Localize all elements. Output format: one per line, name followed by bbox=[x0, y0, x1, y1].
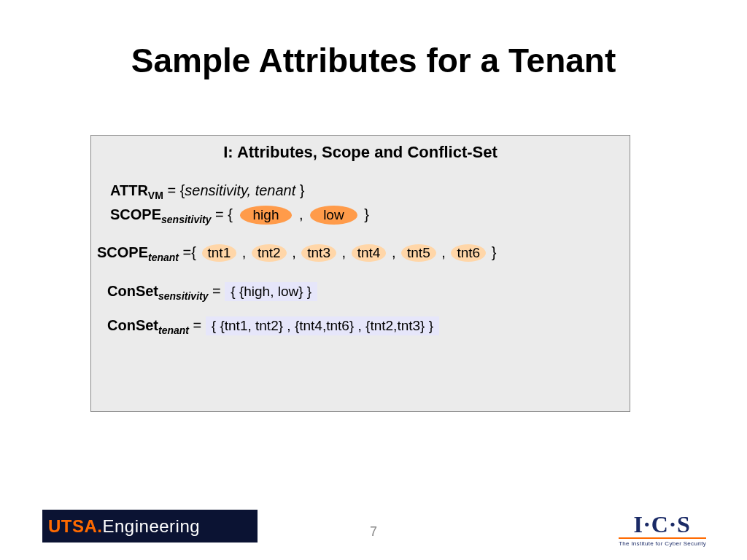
sep: , bbox=[387, 244, 400, 260]
sep: , bbox=[338, 244, 350, 260]
val-sensitivity: sensitivity bbox=[185, 182, 247, 198]
logo-ics: I·C·S The Institute for Cyber Security bbox=[619, 513, 706, 547]
conset-tenant-row: ConSettenant = { {tnt1, tnt2} , {tnt4,tn… bbox=[104, 316, 616, 336]
eq: = bbox=[189, 317, 206, 333]
val-tenant: tenant bbox=[255, 182, 296, 198]
scope-sub: sensitivity bbox=[161, 214, 211, 225]
close: } bbox=[295, 182, 304, 198]
eq: ={ bbox=[179, 244, 200, 260]
pill-tnt5: tnt5 bbox=[401, 244, 436, 262]
eq: = { bbox=[167, 182, 185, 198]
sep: , bbox=[438, 244, 450, 260]
pill-tnt4: tnt4 bbox=[352, 244, 387, 262]
conset-sensitivity-row: ConSetsensitivity = { {high, low} } bbox=[104, 282, 616, 302]
scope-label: SCOPE bbox=[110, 206, 161, 222]
scope-label: SCOPE bbox=[97, 244, 148, 260]
sep: , bbox=[288, 244, 301, 260]
conset-val: { {tnt1, tnt2} , {tnt4,tnt6} , {tnt2,tnt… bbox=[206, 316, 439, 335]
pill-tnt1: tnt1 bbox=[202, 244, 237, 262]
scope-sensitivity-row: SCOPEsensitivity = { high , low } bbox=[104, 206, 616, 225]
panel-heading: I: Attributes, Scope and Conflict-Set bbox=[104, 143, 616, 162]
close: } bbox=[360, 206, 369, 222]
comma: , bbox=[247, 182, 255, 198]
conset-label: ConSet bbox=[107, 283, 158, 299]
conset-sub: tenant bbox=[158, 324, 189, 336]
pill-tnt3: tnt3 bbox=[301, 244, 336, 262]
eq: = bbox=[208, 283, 225, 299]
ics-subtitle: The Institute for Cyber Security bbox=[619, 540, 706, 547]
attr-label: ATTR bbox=[110, 182, 148, 198]
sep: , bbox=[238, 244, 250, 260]
pill-low: low bbox=[310, 206, 357, 225]
conset-sub: sensitivity bbox=[158, 290, 208, 302]
content-panel: I: Attributes, Scope and Conflict-Set AT… bbox=[90, 135, 630, 412]
scope-sub: tenant bbox=[148, 252, 179, 263]
pill-high: high bbox=[240, 206, 293, 225]
slide-title: Sample Attributes for a Tenant bbox=[0, 41, 747, 80]
sep: , bbox=[295, 206, 307, 222]
eq: = { bbox=[212, 206, 237, 222]
scope-tenant-row: SCOPEtenant ={ tnt1 , tnt2 , tnt3 , tnt4… bbox=[97, 244, 616, 263]
pill-tnt2: tnt2 bbox=[252, 244, 287, 262]
attr-vm-row: ATTRVM = {sensitivity, tenant } bbox=[104, 182, 616, 201]
footer: UTSA.Engineering 7 I·C·S The Institute f… bbox=[0, 502, 747, 545]
pill-tnt6: tnt6 bbox=[451, 244, 486, 262]
conset-val: { {high, low} } bbox=[225, 282, 317, 301]
attr-sub: VM bbox=[148, 190, 163, 201]
conset-label: ConSet bbox=[107, 317, 158, 333]
close: } bbox=[487, 244, 496, 260]
ics-main-text: I·C·S bbox=[619, 513, 706, 536]
ics-divider bbox=[619, 537, 706, 539]
